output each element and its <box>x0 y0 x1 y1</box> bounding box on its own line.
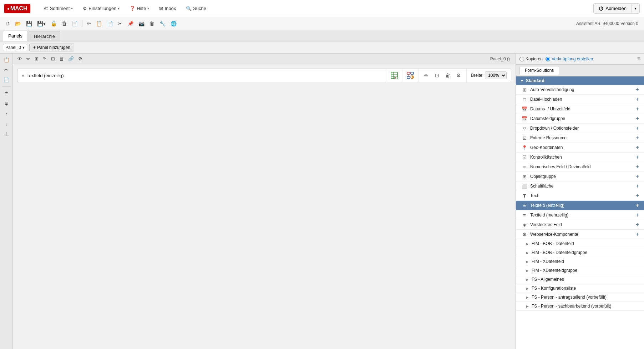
standard-section-header[interactable]: ▼ Standard <box>516 76 644 85</box>
sidebar-align-up-btn[interactable] <box>1 89 11 98</box>
row-spreadsheet-icon[interactable]: ! <box>389 70 399 80</box>
add-comp-btn[interactable]: + <box>635 231 640 237</box>
canvas-eye-btn[interactable]: 👁 <box>16 55 24 62</box>
comp-textfeld-einzeilig[interactable]: ≡ Textfeld (einzeilig) + <box>516 201 644 210</box>
toolbar-edit[interactable]: ✏ <box>85 19 93 28</box>
toolbar-delete[interactable]: 🗑 <box>60 19 69 28</box>
add-panel-button[interactable]: + Panel hinzufügen <box>29 44 74 51</box>
tab-form-solutions[interactable]: Form-Solutions <box>519 66 559 75</box>
right-panel-settings-btn[interactable]: ≡ <box>637 56 640 62</box>
sidebar-move-bottom-btn[interactable]: ⊥ <box>1 129 11 138</box>
sidebar-move-up-btn[interactable]: ↑ <box>1 109 11 118</box>
canvas-settings-btn[interactable]: ⚙ <box>76 55 84 62</box>
nav-inbox[interactable]: ✉ Inbox <box>156 4 179 13</box>
sub-fim-bob-datenfeldgruppe[interactable]: ▶ FIM - BOB - Datenfeldgruppe <box>516 248 644 257</box>
breite-select[interactable]: 100% 75% 50% 25% <box>485 71 507 79</box>
tab-panels[interactable]: Panels <box>3 31 28 41</box>
sub-fs-person-antragstellend[interactable]: ▶ FS - Person - antragstellend (vorbefül… <box>516 293 644 302</box>
comp-datumsfeldgruppe[interactable]: 📅 Datumsfeldgruppe + <box>516 114 644 124</box>
canvas-expand-btn[interactable]: ⊡ <box>49 55 57 62</box>
nav-suche[interactable]: 🔍 Suche <box>182 4 210 13</box>
add-comp-btn[interactable]: + <box>635 145 640 150</box>
panel-selector[interactable]: Panel_0 ▾ <box>3 44 27 51</box>
radio-kopieren-label[interactable]: Kopieren <box>519 56 543 61</box>
sidebar-cut-btn[interactable]: ✂ <box>1 65 11 74</box>
sub-fim-xdatenfeldgruppe[interactable]: ▶ FIM - XDatenfeldgruppe <box>516 266 644 275</box>
toolbar-save-dropdown[interactable]: 💾▾ <box>35 19 48 28</box>
comp-auto-vervollstaendigung[interactable]: ⊞ Auto-Vervollständigung + <box>516 85 644 95</box>
component-list: ⊞ Auto-Vervollständigung + □ Datei-Hochl… <box>516 85 644 349</box>
toolbar-tools[interactable]: 🔧 <box>157 19 168 28</box>
nav-hilfe[interactable]: ❓ Hilfe ▾ <box>126 4 153 13</box>
row-edit-btn[interactable]: ✏ <box>421 70 431 80</box>
toolbar-doc[interactable]: 📄 <box>70 19 80 28</box>
add-comp-btn[interactable]: + <box>635 135 640 141</box>
comp-externe-ressource[interactable]: ⊡ Externe Ressource + <box>516 133 644 143</box>
toolbar-trash[interactable]: 🗑 <box>147 19 157 28</box>
nav-sortiment[interactable]: 🏷 Sortiment ▾ <box>40 4 77 13</box>
sub-fim-bob-datenfeld[interactable]: ▶ FIM - BOB - Datenfeld <box>516 239 644 248</box>
comp-schaltflaeche[interactable]: ⬜ Schaltfläche + <box>516 181 644 191</box>
row-delete-btn[interactable]: 🗑 <box>443 70 453 80</box>
sidebar-paste-btn[interactable]: 📄 <box>1 75 11 84</box>
row-settings-btn[interactable]: ⚙ <box>453 70 463 80</box>
add-comp-btn[interactable]: + <box>635 164 640 170</box>
toolbar-new[interactable]: 🗋 <box>3 19 12 28</box>
sub-fs-allgemeines[interactable]: ▶ FS - Allgemeines <box>516 275 644 284</box>
add-comp-btn[interactable]: + <box>635 222 640 228</box>
toolbar-globe[interactable]: 🌐 <box>168 19 179 28</box>
toolbar-save[interactable]: 💾 <box>24 19 34 28</box>
add-comp-btn[interactable]: + <box>635 203 640 208</box>
sub-fs-person-sachbearbeitend[interactable]: ▶ FS - Person - sachbearbeitend (vorbefü… <box>516 302 644 311</box>
comp-text[interactable]: T Text + <box>516 191 644 201</box>
tab-hierarchie[interactable]: Hierarchie <box>29 31 60 41</box>
toolbar-scissors[interactable]: ✂ <box>116 19 125 28</box>
toolbar-copy[interactable]: 📋 <box>94 19 104 28</box>
add-comp-btn[interactable]: + <box>635 87 640 93</box>
sidebar-align-down-btn[interactable] <box>1 99 11 108</box>
comp-numerisches-feld[interactable]: ≡ Numerisches Feld / Dezimalfeld + <box>516 162 644 172</box>
add-comp-btn[interactable]: + <box>635 116 640 121</box>
comp-dropdown[interactable]: ▽ Dropdown / Optionsfelder + <box>516 124 644 133</box>
canvas-edit-btn[interactable]: ✏ <box>25 55 32 62</box>
toolbar-paste[interactable]: 📄 <box>105 19 115 28</box>
add-comp-btn[interactable]: + <box>635 183 640 189</box>
comp-datums-uhrzeitfeld[interactable]: 📅 Datums- / Uhrzeitfeld + <box>516 104 644 114</box>
row-flow-icon[interactable]: ⚙ <box>405 70 415 80</box>
comp-geo-koordinaten[interactable]: 📍 Geo-Koordinaten + <box>516 143 644 153</box>
nav-einstellungen[interactable]: ⚙ Einstellungen ▾ <box>79 4 123 13</box>
toolbar-pin[interactable]: 📌 <box>125 19 136 28</box>
canvas-grid-btn[interactable]: ⊞ <box>33 55 40 62</box>
row-duplicate-btn[interactable]: ⊡ <box>432 70 442 80</box>
add-comp-btn[interactable]: + <box>635 193 640 199</box>
toolbar-open[interactable]: 📂 <box>13 19 23 28</box>
add-comp-btn[interactable]: + <box>635 96 640 102</box>
radio-verknuepfung[interactable] <box>546 57 550 61</box>
sub-fim-xdatenfeld[interactable]: ▶ FIM - XDatenfeld <box>516 257 644 266</box>
sidebar-move-down-btn[interactable]: ↓ <box>1 119 11 128</box>
comp-kontrollkaestchen[interactable]: ☑ Kontrollkästchen + <box>516 153 644 162</box>
sub-fs-konfigurationsliste[interactable]: ▶ FS - Konfigurationsliste <box>516 284 644 293</box>
comp-objektgruppe[interactable]: ⊞ Objektgruppe + <box>516 172 644 181</box>
add-comp-btn[interactable]: + <box>635 174 640 179</box>
abmelden-dropdown-arrow[interactable]: ▾ <box>632 4 639 13</box>
radio-kopieren[interactable] <box>519 57 524 61</box>
numeric-icon: ≡ <box>522 164 527 170</box>
add-comp-btn[interactable]: + <box>635 154 640 160</box>
comp-datei-hochladen[interactable]: □ Datei-Hochladen + <box>516 95 644 104</box>
canvas-trash-btn[interactable]: 🗑 <box>57 55 66 62</box>
comp-verstecktes-feld[interactable]: ◈ Verstecktes Feld + <box>516 220 644 230</box>
canvas-pencil-btn[interactable]: ✎ <box>41 55 49 62</box>
add-comp-btn[interactable]: + <box>635 106 640 112</box>
add-comp-btn[interactable]: + <box>635 212 640 218</box>
add-comp-btn[interactable]: + <box>635 125 640 131</box>
comp-textfeld-mehrzeilig[interactable]: ≡ Textfeld (mehrzeilig) + <box>516 210 644 220</box>
panel-name: Panel_0 <box>5 45 21 50</box>
toolbar-lock[interactable]: 🔒 <box>49 19 59 28</box>
sidebar-copy-btn[interactable]: 📋 <box>1 55 11 64</box>
toolbar-screenshot[interactable]: 📷 <box>136 19 147 28</box>
radio-verknuepfung-label[interactable]: Verknüpfung erstellen <box>546 56 593 61</box>
canvas-link-btn[interactable]: 🔗 <box>66 55 76 62</box>
abmelden-button[interactable]: ⏻ Abmelden <box>594 4 632 13</box>
comp-webservice-komponente[interactable]: ⚙ Webservice-Komponente + <box>516 230 644 239</box>
